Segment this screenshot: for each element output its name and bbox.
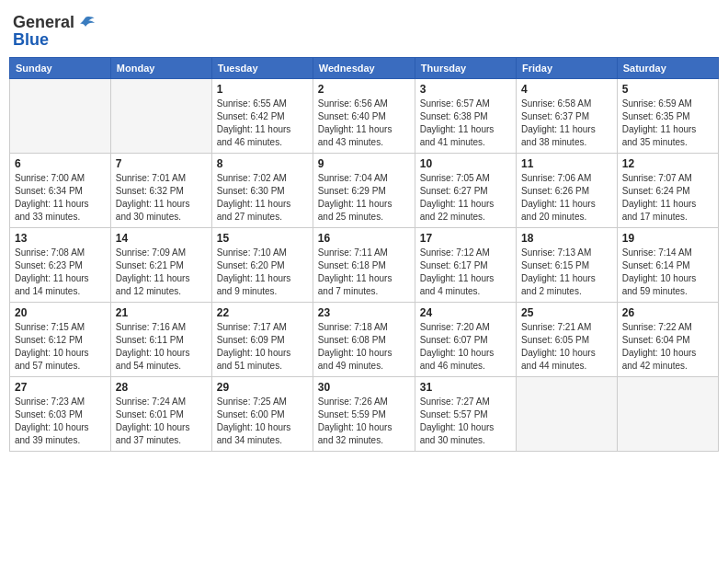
calendar-week-3: 13Sunrise: 7:08 AMSunset: 6:23 PMDayligh… <box>10 228 719 303</box>
day-number: 19 <box>622 232 713 245</box>
day-number: 21 <box>116 306 207 319</box>
day-number: 16 <box>318 232 410 245</box>
day-number: 30 <box>318 381 410 394</box>
calendar-day <box>10 79 111 154</box>
day-info: Sunrise: 7:08 AMSunset: 6:23 PMDaylight:… <box>15 247 106 298</box>
weekday-header-wednesday: Wednesday <box>313 58 415 79</box>
day-info: Sunrise: 7:21 AMSunset: 6:05 PMDaylight:… <box>521 321 612 373</box>
day-info: Sunrise: 7:11 AMSunset: 6:18 PMDaylight:… <box>318 247 410 298</box>
day-number: 3 <box>420 83 511 96</box>
calendar-day: 21Sunrise: 7:16 AMSunset: 6:11 PMDayligh… <box>110 303 211 377</box>
day-number: 24 <box>420 306 511 319</box>
calendar-day: 20Sunrise: 7:15 AMSunset: 6:12 PMDayligh… <box>10 303 111 377</box>
day-number: 12 <box>622 157 713 170</box>
day-number: 25 <box>521 306 612 319</box>
day-info: Sunrise: 7:01 AMSunset: 6:32 PMDaylight:… <box>116 172 207 224</box>
calendar-week-1: 1Sunrise: 6:55 AMSunset: 6:42 PMDaylight… <box>10 79 719 154</box>
calendar-day: 6Sunrise: 7:00 AMSunset: 6:34 PMDaylight… <box>10 154 111 228</box>
calendar-day: 28Sunrise: 7:24 AMSunset: 6:01 PMDayligh… <box>110 377 211 452</box>
weekday-header-saturday: Saturday <box>617 58 718 79</box>
calendar-header-row: SundayMondayTuesdayWednesdayThursdayFrid… <box>10 58 719 79</box>
day-info: Sunrise: 6:55 AMSunset: 6:42 PMDaylight:… <box>217 98 308 149</box>
calendar-day: 13Sunrise: 7:08 AMSunset: 6:23 PMDayligh… <box>10 228 111 303</box>
day-number: 11 <box>521 157 612 170</box>
calendar-week-5: 27Sunrise: 7:23 AMSunset: 6:03 PMDayligh… <box>10 377 719 452</box>
day-info: Sunrise: 7:16 AMSunset: 6:11 PMDaylight:… <box>116 321 207 373</box>
weekday-header-tuesday: Tuesday <box>211 58 313 79</box>
day-info: Sunrise: 7:25 AMSunset: 6:00 PMDaylight:… <box>217 396 308 447</box>
calendar-day: 31Sunrise: 7:27 AMSunset: 5:57 PMDayligh… <box>415 377 516 452</box>
day-info: Sunrise: 7:05 AMSunset: 6:27 PMDaylight:… <box>420 172 511 224</box>
day-info: Sunrise: 6:58 AMSunset: 6:37 PMDaylight:… <box>521 98 612 149</box>
day-info: Sunrise: 7:24 AMSunset: 6:01 PMDaylight:… <box>116 396 207 447</box>
weekday-header-monday: Monday <box>110 58 211 79</box>
calendar-day: 12Sunrise: 7:07 AMSunset: 6:24 PMDayligh… <box>617 154 718 228</box>
calendar-day: 25Sunrise: 7:21 AMSunset: 6:05 PMDayligh… <box>517 303 618 377</box>
day-number: 7 <box>116 157 207 170</box>
day-number: 17 <box>420 232 511 245</box>
weekday-header-sunday: Sunday <box>10 58 111 79</box>
logo-general-text: General <box>13 13 74 32</box>
day-number: 8 <box>217 157 308 170</box>
calendar-day: 3Sunrise: 6:57 AMSunset: 6:38 PMDaylight… <box>415 79 516 154</box>
day-number: 31 <box>420 381 511 394</box>
day-info: Sunrise: 7:15 AMSunset: 6:12 PMDaylight:… <box>15 321 106 373</box>
day-info: Sunrise: 6:57 AMSunset: 6:38 PMDaylight:… <box>420 98 511 149</box>
calendar-day: 29Sunrise: 7:25 AMSunset: 6:00 PMDayligh… <box>211 377 313 452</box>
day-number: 14 <box>116 232 207 245</box>
day-info: Sunrise: 7:13 AMSunset: 6:15 PMDaylight:… <box>521 247 612 298</box>
calendar-day: 1Sunrise: 6:55 AMSunset: 6:42 PMDaylight… <box>211 79 313 154</box>
calendar-day: 5Sunrise: 6:59 AMSunset: 6:35 PMDaylight… <box>617 79 718 154</box>
day-number: 22 <box>217 306 308 319</box>
calendar-day: 15Sunrise: 7:10 AMSunset: 6:20 PMDayligh… <box>211 228 313 303</box>
day-info: Sunrise: 6:56 AMSunset: 6:40 PMDaylight:… <box>318 98 410 149</box>
page-header: General Blue <box>9 9 719 50</box>
day-number: 27 <box>15 381 106 394</box>
calendar-day <box>110 79 211 154</box>
day-number: 28 <box>116 381 207 394</box>
day-number: 4 <box>521 83 612 96</box>
day-info: Sunrise: 7:18 AMSunset: 6:08 PMDaylight:… <box>318 321 410 373</box>
calendar-day: 22Sunrise: 7:17 AMSunset: 6:09 PMDayligh… <box>211 303 313 377</box>
logo-blue-text: Blue <box>13 30 49 50</box>
day-number: 1 <box>217 83 308 96</box>
calendar-week-2: 6Sunrise: 7:00 AMSunset: 6:34 PMDaylight… <box>10 154 719 228</box>
calendar-day: 24Sunrise: 7:20 AMSunset: 6:07 PMDayligh… <box>415 303 516 377</box>
day-info: Sunrise: 7:04 AMSunset: 6:29 PMDaylight:… <box>318 172 410 224</box>
calendar-day: 17Sunrise: 7:12 AMSunset: 6:17 PMDayligh… <box>415 228 516 303</box>
day-info: Sunrise: 7:26 AMSunset: 5:59 PMDaylight:… <box>318 396 410 447</box>
calendar-day: 4Sunrise: 6:58 AMSunset: 6:37 PMDaylight… <box>517 79 618 154</box>
logo-bird-icon <box>76 16 95 30</box>
day-info: Sunrise: 7:27 AMSunset: 5:57 PMDaylight:… <box>420 396 511 447</box>
calendar-day: 8Sunrise: 7:02 AMSunset: 6:30 PMDaylight… <box>211 154 313 228</box>
day-number: 13 <box>15 232 106 245</box>
calendar-day: 23Sunrise: 7:18 AMSunset: 6:08 PMDayligh… <box>313 303 415 377</box>
day-info: Sunrise: 7:22 AMSunset: 6:04 PMDaylight:… <box>622 321 713 373</box>
calendar-week-4: 20Sunrise: 7:15 AMSunset: 6:12 PMDayligh… <box>10 303 719 377</box>
day-number: 20 <box>15 306 106 319</box>
day-info: Sunrise: 7:00 AMSunset: 6:34 PMDaylight:… <box>15 172 106 224</box>
calendar-day: 11Sunrise: 7:06 AMSunset: 6:26 PMDayligh… <box>517 154 618 228</box>
calendar-day: 10Sunrise: 7:05 AMSunset: 6:27 PMDayligh… <box>415 154 516 228</box>
day-number: 2 <box>318 83 410 96</box>
weekday-header-friday: Friday <box>517 58 618 79</box>
day-number: 9 <box>318 157 410 170</box>
weekday-header-thursday: Thursday <box>415 58 516 79</box>
day-number: 6 <box>15 157 106 170</box>
day-info: Sunrise: 7:02 AMSunset: 6:30 PMDaylight:… <box>217 172 308 224</box>
calendar-day: 27Sunrise: 7:23 AMSunset: 6:03 PMDayligh… <box>10 377 111 452</box>
calendar-day: 7Sunrise: 7:01 AMSunset: 6:32 PMDaylight… <box>110 154 211 228</box>
calendar-day: 16Sunrise: 7:11 AMSunset: 6:18 PMDayligh… <box>313 228 415 303</box>
day-number: 15 <box>217 232 308 245</box>
calendar-day: 19Sunrise: 7:14 AMSunset: 6:14 PMDayligh… <box>617 228 718 303</box>
calendar-day <box>617 377 718 452</box>
day-info: Sunrise: 7:06 AMSunset: 6:26 PMDaylight:… <box>521 172 612 224</box>
day-info: Sunrise: 7:07 AMSunset: 6:24 PMDaylight:… <box>622 172 713 224</box>
day-number: 10 <box>420 157 511 170</box>
day-number: 29 <box>217 381 308 394</box>
day-info: Sunrise: 7:12 AMSunset: 6:17 PMDaylight:… <box>420 247 511 298</box>
day-info: Sunrise: 7:20 AMSunset: 6:07 PMDaylight:… <box>420 321 511 373</box>
calendar-day: 14Sunrise: 7:09 AMSunset: 6:21 PMDayligh… <box>110 228 211 303</box>
calendar-day: 18Sunrise: 7:13 AMSunset: 6:15 PMDayligh… <box>517 228 618 303</box>
day-info: Sunrise: 6:59 AMSunset: 6:35 PMDaylight:… <box>622 98 713 149</box>
